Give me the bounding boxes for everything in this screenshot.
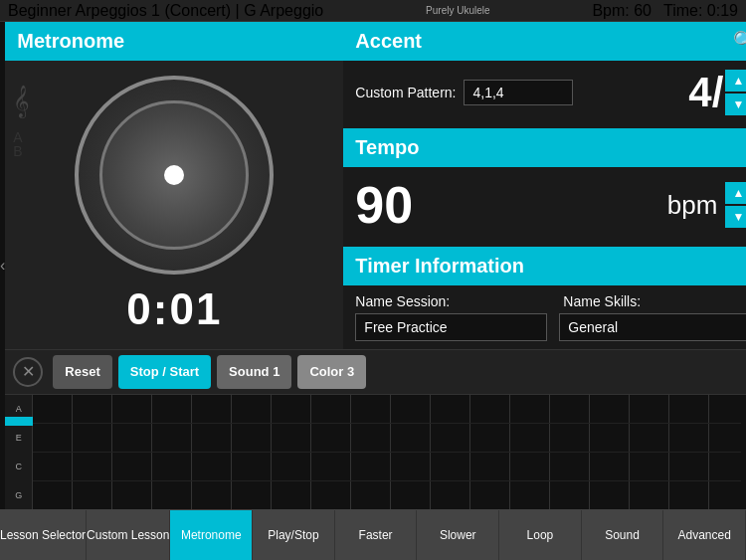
nav-metronome[interactable]: Metronome bbox=[170, 510, 253, 561]
metronome-dot bbox=[164, 165, 184, 185]
left-sidebar: ‹ bbox=[0, 22, 5, 509]
metronome-title: Metronome bbox=[5, 22, 343, 61]
roll-grid bbox=[33, 395, 741, 509]
blue-strip bbox=[5, 417, 33, 426]
accent-pattern-input[interactable] bbox=[464, 80, 573, 105]
main-area: ‹ Metronome 𝄞 A B bbox=[0, 22, 746, 509]
bpm-display: Bpm: 60 bbox=[592, 2, 652, 20]
timer-body: Name Session: Name Skills: bbox=[343, 285, 746, 349]
controls-strip: ✕ Reset Stop / Start Sound 1 Color 3 bbox=[5, 349, 746, 394]
center-content: Metronome 𝄞 A B 0:01 bbox=[5, 22, 746, 509]
top-bar: Beginner Arpeggios 1 (Concert) | G Arpeg… bbox=[0, 0, 746, 22]
panels-row: Metronome 𝄞 A B 0:01 bbox=[5, 22, 746, 349]
accent-value-box: 4/ ▲ ▼ bbox=[688, 69, 746, 116]
accent-down-button[interactable]: ▼ bbox=[725, 93, 746, 115]
piano-key-a: A bbox=[5, 402, 32, 416]
metronome-body: 𝄞 A B 0:01 bbox=[5, 61, 343, 349]
accent-section: Accent bbox=[343, 22, 746, 61]
tempo-unit: bpm bbox=[667, 190, 718, 221]
metronome-circle-outer bbox=[75, 76, 274, 275]
piano-key-g: G bbox=[5, 488, 32, 502]
sound-button[interactable]: Sound 1 bbox=[217, 355, 291, 389]
color-button[interactable]: Color 3 bbox=[297, 355, 366, 389]
piano-keys: A E C G bbox=[5, 395, 33, 509]
nav-faster[interactable]: Faster bbox=[335, 510, 418, 561]
zoom-icon[interactable]: 🔍 bbox=[733, 30, 746, 52]
timer-name-skills-label: Name Skills: bbox=[563, 293, 746, 309]
metronome-time-display: 0:01 bbox=[126, 284, 222, 334]
accent-custom-pattern-label: Custom Pattern: bbox=[355, 85, 456, 100]
tempo-value: 90 bbox=[355, 175, 666, 235]
nav-play-stop[interactable]: Play/Stop bbox=[253, 510, 335, 561]
nav-sound[interactable]: Sound bbox=[582, 510, 664, 561]
metronome-circle-inner bbox=[99, 100, 249, 250]
time-display: Time: 0:19 bbox=[663, 2, 738, 20]
nav-slower[interactable]: Slower bbox=[417, 510, 499, 561]
close-button[interactable]: ✕ bbox=[13, 357, 43, 387]
accent-arrows: ▲ ▼ bbox=[725, 70, 746, 115]
nav-lesson-selector[interactable]: Lesson Selector bbox=[0, 510, 87, 561]
tempo-up-button[interactable]: ▲ bbox=[725, 182, 746, 204]
reset-button[interactable]: Reset bbox=[53, 355, 111, 389]
nav-advanced[interactable]: Advanced bbox=[663, 510, 746, 561]
piano-roll: A E C G bbox=[5, 394, 746, 509]
timer-inputs-row bbox=[355, 313, 746, 341]
tempo-title: Tempo bbox=[355, 136, 746, 159]
stop-start-button[interactable]: Stop / Start bbox=[118, 355, 211, 389]
nav-custom-lesson[interactable]: Custom Lesson bbox=[87, 510, 170, 561]
close-icon: ✕ bbox=[22, 362, 35, 381]
skills-name-input[interactable] bbox=[559, 313, 746, 341]
sheet-music-overlay: 𝄞 A B bbox=[13, 82, 30, 158]
timer-labels-row: Name Session: Name Skills: bbox=[355, 293, 746, 309]
top-bar-title: Beginner Arpeggios 1 (Concert) | G Arpeg… bbox=[8, 2, 323, 20]
piano-key-e: E bbox=[5, 431, 32, 445]
timer-section: Timer Information bbox=[343, 247, 746, 285]
accent-up-button[interactable]: ▲ bbox=[725, 70, 746, 92]
tempo-section: Tempo bbox=[343, 128, 746, 167]
top-bar-logo: Purely Ukulele bbox=[426, 5, 489, 16]
left-nav-arrow[interactable]: ‹ bbox=[0, 247, 5, 284]
piano-key-c: C bbox=[5, 460, 32, 473]
tempo-body: 90 bpm ▲ ▼ bbox=[343, 167, 746, 243]
metronome-panel: Metronome 𝄞 A B 0:01 bbox=[5, 22, 343, 349]
bottom-nav: Lesson Selector Custom Lesson Metronome … bbox=[0, 509, 746, 560]
tempo-arrows: ▲ ▼ bbox=[725, 182, 746, 228]
timer-name-session-label: Name Session: bbox=[355, 293, 543, 309]
accent-fraction: 4/ bbox=[688, 69, 723, 116]
accent-title: Accent bbox=[355, 30, 746, 53]
session-name-input[interactable] bbox=[355, 313, 547, 341]
tempo-down-button[interactable]: ▼ bbox=[725, 206, 746, 228]
right-panel: 🔍 Accent Custom Pattern: 4/ ▲ ▼ bbox=[343, 22, 746, 349]
timer-title: Timer Information bbox=[355, 255, 746, 278]
accent-body: Custom Pattern: 4/ ▲ ▼ bbox=[343, 61, 746, 124]
nav-loop[interactable]: Loop bbox=[499, 510, 582, 561]
top-bar-stats: Bpm: 60 Time: 0:19 bbox=[592, 2, 738, 20]
